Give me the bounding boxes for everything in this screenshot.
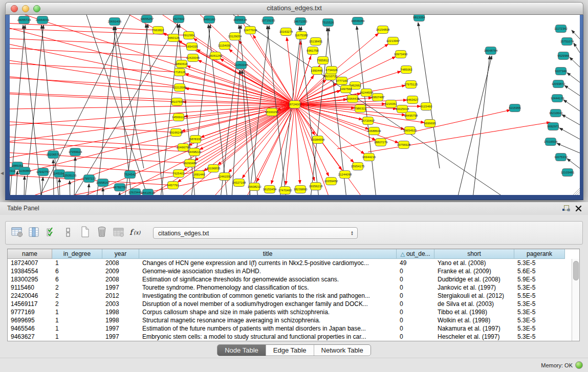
table-cell-year[interactable]: 1997 xyxy=(102,283,139,292)
table-cell-in_degree[interactable]: 1 xyxy=(52,324,102,333)
table-cell-pagerank[interactable]: 5.3E-5 xyxy=(514,316,565,324)
graph-node[interactable]: 1691440 xyxy=(193,171,205,179)
table-row[interactable]: 1830029562008Estimation of significance … xyxy=(8,275,572,283)
graph-node[interactable]: 19166248 xyxy=(169,129,183,137)
table-cell-name[interactable]: 18724007 xyxy=(8,259,52,267)
graph-node[interactable]: 12477932 xyxy=(244,27,257,34)
graph-node[interactable]: 15138451 xyxy=(309,38,323,46)
graph-node[interactable]: 14569117 xyxy=(172,114,186,121)
graph-node[interactable]: 7485063 xyxy=(400,66,412,74)
table-cell-title[interactable]: Changes of HCN gene expression and I(f) … xyxy=(139,259,397,267)
table-cell-short[interactable]: de Silva et al. (2003) xyxy=(434,300,514,308)
table-cell-in_degree[interactable]: 1 xyxy=(52,316,102,324)
graph-node[interactable]: 7955812 xyxy=(317,57,329,64)
graph-node[interactable]: 16244554 xyxy=(360,89,374,97)
memory-status-indicator[interactable] xyxy=(575,361,583,369)
table-body[interactable]: 1872400712008Changes of HCN gene express… xyxy=(8,259,572,341)
tab-network-table[interactable]: Network Table xyxy=(314,345,371,356)
table-cell-out_degree[interactable]: 0 xyxy=(397,300,434,308)
graph-node[interactable]: 16944216 xyxy=(362,154,376,161)
table-cell-name[interactable]: 19384554 xyxy=(8,267,52,275)
graph-node[interactable]: 21244098 xyxy=(338,171,352,179)
graph-node[interactable]: 21964031 xyxy=(36,16,50,24)
graph-node[interactable]: 11156869 xyxy=(18,167,31,175)
graph-node[interactable]: 9660128 xyxy=(167,34,180,42)
graph-node[interactable]: 20359452 xyxy=(324,178,338,185)
column-header-name[interactable]: name xyxy=(8,249,52,259)
table-cell-in_degree[interactable]: 6 xyxy=(52,267,102,275)
table-cell-year[interactable]: 2009 xyxy=(102,267,139,275)
float-panel-icon[interactable] xyxy=(562,205,570,212)
table-selector-dropdown[interactable]: citations_edges.txt ▲▼ xyxy=(153,227,358,239)
table-cell-out_degree[interactable]: 0 xyxy=(397,316,434,324)
graph-node[interactable]: 20364436 xyxy=(346,95,360,103)
graph-node[interactable]: 9890618 xyxy=(176,60,188,68)
network-graph[interactable]: 2405572421964031206914061065525715276028… xyxy=(10,15,580,195)
table-cell-year[interactable]: 1997 xyxy=(102,333,139,341)
column-header-title[interactable]: title xyxy=(139,249,397,259)
graph-node[interactable]: 7515526 xyxy=(322,19,334,27)
graph-node[interactable]: 19356218 xyxy=(309,183,323,190)
graph-node[interactable]: 6216061 xyxy=(385,100,397,108)
table-cell-title[interactable]: Genome-wide association studies in ADHD. xyxy=(139,267,397,275)
graph-node[interactable]: 16093489 xyxy=(183,160,197,167)
graph-node[interactable]: 11675382 xyxy=(295,32,309,39)
table-cell-pagerank[interactable]: 5.3E-5 xyxy=(514,283,565,292)
graph-node[interactable]: 19384554 xyxy=(311,136,325,144)
graph-node[interactable]: 12923446 xyxy=(128,189,142,195)
graph-node[interactable]: 17957223 xyxy=(82,175,96,183)
table-cell-in_degree[interactable]: 1 xyxy=(52,259,102,267)
graph-node[interactable]: 9777169 xyxy=(336,77,348,85)
table-cell-pagerank[interactable]: 5.3E-5 xyxy=(514,324,565,333)
table-row[interactable]: 911546021997Tourette syndrome. Phenomeno… xyxy=(8,283,572,292)
graph-node[interactable]: 16648784 xyxy=(484,47,498,55)
table-cell-in_degree[interactable]: 1 xyxy=(52,308,102,316)
graph-node[interactable]: 8466160 xyxy=(203,16,215,24)
graph-node[interactable]: 7663822 xyxy=(152,27,164,34)
table-cell-name[interactable]: 22420046 xyxy=(8,292,52,300)
graph-node[interactable]: 11154092 xyxy=(218,42,231,50)
graph-node[interactable]: 12444139 xyxy=(551,95,564,102)
column-header-short[interactable]: short xyxy=(434,249,514,259)
hidden-panel-arrow[interactable]: ◀ xyxy=(1,171,4,176)
table-cell-year[interactable]: 2008 xyxy=(102,275,139,283)
table-column-button[interactable] xyxy=(27,225,42,242)
graph-node[interactable]: 16061264 xyxy=(209,52,223,60)
table-cell-out_degree[interactable]: 0 xyxy=(397,283,434,292)
graph-node[interactable]: 10196835 xyxy=(207,165,221,172)
table-row[interactable]: 969969511998Structural magnetic resonanc… xyxy=(8,316,572,324)
graph-node[interactable]: 9699695 xyxy=(424,120,436,127)
graph-node[interactable]: 10655257 xyxy=(140,15,154,23)
table-cell-out_degree[interactable]: 0 xyxy=(397,292,434,300)
table-cell-in_degree[interactable]: 6 xyxy=(52,275,102,283)
graph-node[interactable]: 5878335 xyxy=(189,136,202,143)
graph-node[interactable]: 3915911 xyxy=(10,167,16,175)
tab-edge-table[interactable]: Edge Table xyxy=(266,345,314,356)
graph-node[interactable]: 11172342 xyxy=(554,25,568,33)
table-cell-name[interactable]: 18300295 xyxy=(8,275,52,283)
graph-node[interactable]: 1654335 xyxy=(186,43,198,51)
graph-node[interactable]: 10958167 xyxy=(96,179,110,187)
network-window[interactable]: citations_edges.txt 24055724219640312069… xyxy=(5,2,583,200)
table-cell-name[interactable]: 9465546 xyxy=(8,324,52,333)
graph-node[interactable]: 17975125 xyxy=(404,81,418,89)
graph-node[interactable]: 9529966 xyxy=(557,52,570,60)
delete-button[interactable] xyxy=(94,225,110,241)
graph-node[interactable]: 12103481 xyxy=(561,169,575,177)
table-row[interactable]: 1938455462009Genome-wide association stu… xyxy=(8,267,572,275)
graph-node[interactable]: 15608210 xyxy=(248,183,262,191)
graph-node[interactable]: 9692971 xyxy=(547,123,559,130)
graph-node[interactable]: 18807279 xyxy=(374,139,388,146)
table-cell-year[interactable]: 2003 xyxy=(102,300,139,308)
table-cell-pagerank[interactable]: 5.6E-5 xyxy=(514,267,565,275)
table-cell-title[interactable]: Embryonic stem cells: a model to study s… xyxy=(139,333,397,341)
table-cell-short[interactable]: Yano et al. (2008) xyxy=(434,259,514,267)
select-rows-button[interactable] xyxy=(43,225,59,242)
window-titlebar[interactable]: citations_edges.txt xyxy=(5,2,583,15)
table-cell-short[interactable]: Wolkin et al. (1998) xyxy=(434,316,514,324)
graph-node[interactable]: 16154808 xyxy=(376,26,390,34)
graph-node[interactable]: 16846084 xyxy=(351,17,365,25)
graph-node[interactable]: 17016504 xyxy=(544,138,558,146)
table-cell-name[interactable]: 9115460 xyxy=(8,283,52,292)
graph-node[interactable]: 20206576 xyxy=(47,151,60,159)
